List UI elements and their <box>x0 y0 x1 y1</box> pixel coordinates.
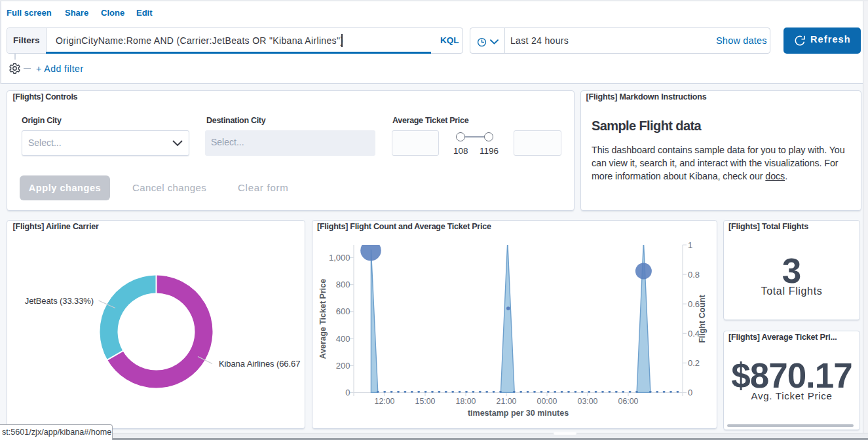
svg-text:200: 200 <box>336 361 350 371</box>
svg-text:Kibana Airlines (66.67: Kibana Airlines (66.67 <box>219 359 300 369</box>
svg-text:timestamp per 30 minutes: timestamp per 30 minutes <box>468 409 569 418</box>
svg-text:0: 0 <box>345 388 350 397</box>
svg-text:600: 600 <box>336 306 350 316</box>
svg-text:JetBeats (33.33%): JetBeats (33.33%) <box>25 296 94 306</box>
svg-text:06:00: 06:00 <box>618 397 639 406</box>
svg-text:0.2: 0.2 <box>688 358 700 368</box>
svg-text:21:00: 21:00 <box>497 397 517 406</box>
svg-text:18:00: 18:00 <box>456 397 476 406</box>
svg-text:800: 800 <box>336 280 350 289</box>
svg-text:0.8: 0.8 <box>688 270 700 280</box>
svg-text:00:00: 00:00 <box>537 397 557 406</box>
svg-text:12:00: 12:00 <box>375 397 395 406</box>
svg-text:0: 0 <box>688 388 692 397</box>
svg-text:1,000: 1,000 <box>329 253 350 263</box>
svg-text:Flight Count: Flight Count <box>698 294 707 342</box>
svg-text:03:00: 03:00 <box>578 397 598 406</box>
svg-text:Average Ticket Price: Average Ticket Price <box>318 279 328 359</box>
svg-text:1: 1 <box>688 240 692 250</box>
svg-text:15:00: 15:00 <box>415 397 436 406</box>
svg-text:400: 400 <box>336 334 350 344</box>
